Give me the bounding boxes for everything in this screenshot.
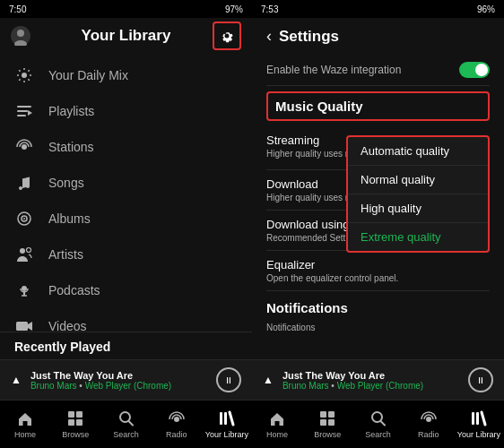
- svg-rect-32: [328, 419, 335, 426]
- sidebar-item-artists[interactable]: Artists: [0, 237, 252, 272]
- left-header: Your Library: [0, 18, 252, 54]
- download-using-label: Download using c: [266, 218, 359, 231]
- right-pause-button[interactable]: ⏸: [468, 367, 493, 392]
- svg-point-35: [426, 417, 431, 422]
- quality-option-automatic[interactable]: Automatic quality: [348, 137, 488, 166]
- left-nav-search[interactable]: Search: [100, 401, 151, 448]
- equalizer-label: Equalizer: [266, 258, 490, 271]
- songs-label: Songs: [48, 176, 84, 190]
- svg-rect-28: [224, 412, 227, 425]
- right-status-left: 7:53: [261, 4, 278, 14]
- sidebar-item-videos[interactable]: Videos: [0, 308, 252, 332]
- right-chevron-up-icon: ▲: [263, 374, 274, 386]
- right-now-playing[interactable]: ▲ Just The Way You Are Bruno Mars • Web …: [252, 359, 504, 400]
- svg-rect-21: [76, 411, 83, 418]
- svg-point-14: [27, 248, 31, 253]
- right-np-song-title: Just The Way You Are: [282, 370, 459, 381]
- playlists-label: Playlists: [48, 104, 94, 118]
- left-panel: 7:50 97% Your Library: [0, 0, 252, 448]
- svg-rect-4: [17, 106, 31, 108]
- daily-mix-label: Your Daily Mix: [48, 68, 128, 82]
- sidebar-item-playlists[interactable]: Playlists: [0, 93, 252, 129]
- left-nav-browse-label: Browse: [62, 430, 89, 439]
- left-status-right: 97%: [225, 4, 243, 14]
- stations-icon: [14, 138, 34, 156]
- stations-label: Stations: [48, 140, 94, 154]
- right-status-right: 96%: [477, 4, 495, 14]
- left-nav-library-label: Your Library: [205, 430, 248, 439]
- svg-point-1: [17, 30, 24, 37]
- artists-label: Artists: [48, 247, 83, 262]
- svg-point-13: [20, 248, 25, 254]
- sidebar-item-albums[interactable]: Albums: [0, 201, 252, 237]
- left-pause-button[interactable]: ⏸: [216, 367, 241, 392]
- songs-icon: [14, 174, 34, 192]
- left-np-song-title: Just The Way You Are: [30, 370, 207, 381]
- playlists-icon: [14, 102, 34, 120]
- right-library-icon: [470, 409, 488, 427]
- right-home-icon: [268, 409, 286, 427]
- right-nav-radio-label: Radio: [418, 430, 439, 439]
- home-icon: [16, 409, 34, 427]
- svg-rect-23: [76, 419, 83, 426]
- svg-rect-5: [17, 110, 28, 112]
- right-nav-browse[interactable]: Browse: [302, 401, 352, 448]
- sidebar-item-songs[interactable]: Songs: [0, 165, 252, 201]
- equalizer-sub: Open the equalizer control panel.: [266, 273, 490, 283]
- svg-point-8: [22, 144, 27, 150]
- settings-gear-button[interactable]: [213, 22, 241, 50]
- albums-icon: [14, 210, 34, 228]
- left-nav-browse[interactable]: Browse: [50, 401, 100, 448]
- right-header-title: Settings: [279, 28, 339, 46]
- right-nav-radio[interactable]: Radio: [404, 401, 454, 448]
- quality-option-extreme[interactable]: Extreme quality: [348, 223, 488, 251]
- left-nav-home[interactable]: Home: [0, 401, 50, 448]
- podcasts-icon: [14, 281, 34, 299]
- svg-rect-31: [320, 419, 326, 426]
- waze-setting-row: Enable the Waze integration: [266, 55, 490, 86]
- search-icon: [117, 409, 135, 427]
- albums-label: Albums: [48, 211, 91, 226]
- right-nav-search[interactable]: Search: [352, 401, 403, 448]
- svg-point-3: [22, 73, 27, 78]
- notifications-sub: Notifications: [266, 323, 490, 332]
- left-header-title: Your Library: [82, 27, 171, 45]
- right-nav-home[interactable]: Home: [252, 401, 302, 448]
- sidebar-item-daily-mix[interactable]: Your Daily Mix: [0, 57, 252, 93]
- right-battery: 96%: [477, 4, 495, 14]
- browse-icon: [66, 409, 84, 427]
- svg-rect-20: [68, 411, 74, 418]
- artists-icon: [14, 246, 34, 263]
- left-now-playing[interactable]: ▲ Just The Way You Are Bruno Mars • Web …: [0, 359, 252, 400]
- library-icon: [218, 409, 236, 427]
- right-search-icon: [369, 409, 387, 427]
- right-bottom-nav: Home Browse Search Radio Your Library: [252, 400, 504, 448]
- quality-option-normal[interactable]: Normal quality: [348, 166, 488, 194]
- right-browse-icon: [318, 409, 336, 427]
- streaming-setting-row: Streaming Higher quality uses more data.…: [266, 126, 490, 170]
- svg-point-12: [23, 218, 25, 220]
- left-nav-library[interactable]: Your Library: [202, 401, 252, 448]
- svg-rect-36: [472, 412, 474, 425]
- waze-toggle[interactable]: [459, 62, 490, 78]
- left-nav-radio[interactable]: Radio: [152, 401, 202, 448]
- sidebar-item-podcasts[interactable]: Podcasts: [0, 272, 252, 308]
- left-nav-home-label: Home: [14, 430, 36, 439]
- right-nav-library[interactable]: Your Library: [454, 401, 504, 448]
- avatar: [11, 26, 30, 46]
- back-button[interactable]: ‹: [266, 27, 272, 46]
- podcasts-label: Podcasts: [48, 283, 100, 297]
- quality-option-high[interactable]: High quality: [348, 194, 488, 223]
- right-np-artist: Bruno Mars • Web Player (Chrome): [282, 381, 459, 391]
- music-quality-section-header: Music Quality: [266, 91, 490, 121]
- right-now-playing-info: Just The Way You Are Bruno Mars • Web Pl…: [282, 370, 459, 391]
- svg-rect-18: [16, 322, 28, 331]
- sidebar-item-stations[interactable]: Stations: [0, 129, 252, 165]
- svg-point-15: [22, 286, 27, 291]
- videos-icon: [14, 317, 34, 332]
- chevron-up-icon: ▲: [11, 374, 22, 386]
- left-bottom-nav: Home Browse Search Radio Your Library: [0, 400, 252, 448]
- left-status-left: 7:50: [9, 4, 26, 14]
- radio-icon: [168, 409, 186, 427]
- left-now-playing-info: Just The Way You Are Bruno Mars • Web Pl…: [30, 370, 207, 391]
